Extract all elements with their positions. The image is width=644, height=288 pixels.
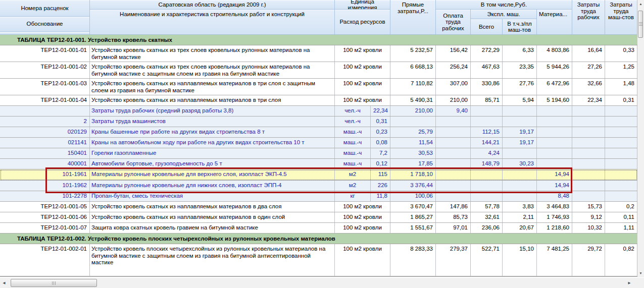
cell-code: ТЕР12-01-002-01 xyxy=(0,244,90,276)
cell-unit: 100 м2 кровли xyxy=(335,95,390,105)
resource-row[interactable]: 400001Автомобили бортовые, грузоподъемно… xyxy=(0,159,637,169)
cell-mach-zpm xyxy=(503,148,537,158)
thumb-grip-icon xyxy=(52,281,56,285)
cell-quantity: 0,23 xyxy=(371,127,390,137)
cell-lt-workers xyxy=(572,117,605,127)
cell-lt-mach xyxy=(605,138,637,148)
cell-mach-total: 467,63 xyxy=(471,62,503,78)
resource-row[interactable]: 101-2278Пропан-бутан, смесь техническаяк… xyxy=(0,191,637,202)
rate-row[interactable]: ТЕР12-01-001-02Устройство кровель скатны… xyxy=(0,62,637,79)
cell-lt-workers xyxy=(572,191,605,201)
cell-lt-workers: 15,73 xyxy=(572,202,605,212)
cell-code: 150401 xyxy=(0,148,90,158)
rate-row[interactable]: ТЕР12-01-001-04Устройство кровель скатны… xyxy=(0,95,637,106)
col-header-unit: Единица измерения xyxy=(335,0,390,10)
cell-name: Горелки газопламенные xyxy=(90,148,335,158)
cell-lt-workers xyxy=(572,148,605,158)
cell-unit: маш.-ч xyxy=(335,159,371,169)
cell-mach-zpm xyxy=(503,169,537,180)
cell-pay: 256,24 xyxy=(436,62,471,78)
cell-direct: 6 668,13 xyxy=(390,62,436,78)
section-row[interactable]: ТАБЛИЦА ТЕР12-01-001. Устройство кровель… xyxy=(0,35,637,45)
cell-code: 101-1962 xyxy=(0,181,90,191)
cell-mach-zpm: 23,35 xyxy=(503,62,537,78)
section-row[interactable]: ТАБЛИЦА ТЕР12-01-002. Устройство кровель… xyxy=(0,234,637,244)
cell-lt-mach: 0,2 xyxy=(605,202,637,212)
vertical-scroll-thumb[interactable] xyxy=(638,11,643,38)
horizontal-scrollbar[interactable]: ◀ ▶ xyxy=(0,278,637,288)
resource-row[interactable]: 150401Горелки газопламенныемаш.-ч7,230,5… xyxy=(0,148,637,159)
cell-lt-mach xyxy=(605,169,637,180)
cell-mach-total: 32,61 xyxy=(471,212,503,222)
rate-row[interactable]: ТЕР12-01-001-03Устройство кровель скатны… xyxy=(0,79,637,95)
cell-pay xyxy=(436,127,471,137)
resource-row[interactable]: 020129Краны башенные при работе на други… xyxy=(0,127,637,138)
cell-unit: 100 м2 кровли xyxy=(335,45,390,62)
col-header-justification: Обоснование xyxy=(0,17,90,32)
cell-lt-workers: 29,72 xyxy=(572,244,605,276)
cell-mach-zpm xyxy=(503,181,537,191)
cell-lt-mach xyxy=(605,159,637,169)
resource-row[interactable]: 2Затраты труда машинистовчел.-ч0,31 xyxy=(0,117,637,127)
estimate-grid-window: Номера расценок Обоснование Саратовская … xyxy=(0,0,644,288)
cell-mach-total: 330,86 xyxy=(471,79,503,95)
cell-pay: 210,00 xyxy=(436,95,471,105)
resource-row[interactable]: Затраты труда рабочих (средний разряд ра… xyxy=(0,106,637,117)
cell-lt-workers: 22,34 xyxy=(572,95,605,105)
cell-materials: 1 218,60 xyxy=(537,223,572,233)
cell-code: 020129 xyxy=(0,127,90,137)
cell-pay xyxy=(436,191,471,201)
cell-lt-workers xyxy=(572,181,605,191)
cell-unit: чел.-ч xyxy=(335,106,371,116)
cell-lt-mach: 1,48 xyxy=(605,79,637,95)
rate-row[interactable]: ТЕР12-01-002-01Устройство кровель плоски… xyxy=(0,244,637,276)
cell-mach-total: 236,06 xyxy=(471,223,503,233)
cell-name: Материалы рулонные кровельные для нижних… xyxy=(90,181,335,191)
table-body: ТАБЛИЦА ТЕР12-01-001. Устройство кровель… xyxy=(0,35,637,277)
cell-name: Краны башенные при работе на других вида… xyxy=(90,127,335,137)
scroll-down-icon[interactable]: ▼ xyxy=(637,269,644,277)
cell-unit: кг xyxy=(335,191,371,201)
scroll-left-icon[interactable]: ◀ xyxy=(0,278,8,288)
cell-mach-total xyxy=(471,181,503,191)
rate-row[interactable]: ТЕР12-01-001-05Устройство кровель скатны… xyxy=(0,202,637,212)
resource-row[interactable]: 101-1962Материалы рулонные кровельные дл… xyxy=(0,181,637,191)
rate-row[interactable]: ТЕР12-01-001-01Устройство кровель скатны… xyxy=(0,45,637,62)
horizontal-scroll-thumb[interactable] xyxy=(11,279,97,287)
cell-name: Устройство кровель скатных из трех слоев… xyxy=(90,45,335,62)
cell-name: Краны на автомобильном ходу при работе н… xyxy=(90,138,335,148)
scroll-right-icon[interactable]: ▶ xyxy=(625,278,633,288)
cell-code: 101-1961 xyxy=(0,169,90,180)
cell-name: Затраты труда рабочих (средний разряд ра… xyxy=(90,106,335,116)
cell-unit: 100 м2 кровли xyxy=(335,212,390,222)
cell-name: Устройство кровель скатных из наплавляем… xyxy=(90,95,335,105)
table-header: Номера расценок Обоснование Саратовская … xyxy=(0,0,637,35)
cell-mach-zpm xyxy=(503,191,537,201)
cell-pay xyxy=(436,117,471,127)
rate-row[interactable]: ТЕР12-01-001-07Защита ковра скатных кров… xyxy=(0,223,637,234)
resource-row[interactable]: 101-1961Материалы рулонные кровельные дл… xyxy=(0,169,637,181)
col-header-including: В том числе,Руб. xyxy=(436,0,572,10)
rate-row[interactable]: ТЕР12-01-001-06Устройство кровель скатны… xyxy=(0,212,637,223)
cell-pay: 97,01 xyxy=(436,223,471,233)
cell-mach-total: 144,21 xyxy=(471,138,503,148)
section-title: ТАБЛИЦА ТЕР12-01-002. Устройство кровель… xyxy=(17,236,335,242)
scroll-up-icon[interactable]: ▲ xyxy=(637,0,644,8)
cell-materials: 1 746,93 xyxy=(537,212,572,222)
cell-code: ТЕР12-01-001-04 xyxy=(0,95,90,105)
cell-pay: 279,37 xyxy=(436,244,471,276)
cell-name: Устройство кровель плоских четырехслойны… xyxy=(90,244,335,276)
cell-code: 101-2278 xyxy=(0,191,90,201)
vertical-scrollbar[interactable]: ▲ ▼ xyxy=(637,0,644,277)
cell-code xyxy=(0,106,90,116)
cell-direct: 1 718,10 xyxy=(390,169,436,180)
cell-code: 021141 xyxy=(0,138,90,148)
cell-mach-total: 85,71 xyxy=(471,95,503,105)
cell-mach-zpm: 30,23 xyxy=(503,159,537,169)
cell-quantity: 0,31 xyxy=(371,117,390,127)
resource-row[interactable]: 021141Краны на автомобильном ходу при ра… xyxy=(0,138,637,148)
cell-materials: 14,94 xyxy=(537,181,572,191)
cell-mach-zpm: 19,17 xyxy=(503,138,537,148)
cell-code: 400001 xyxy=(0,159,90,169)
col-header-machines-zpm: В т.ч.з/пл маш-тов xyxy=(503,19,537,35)
